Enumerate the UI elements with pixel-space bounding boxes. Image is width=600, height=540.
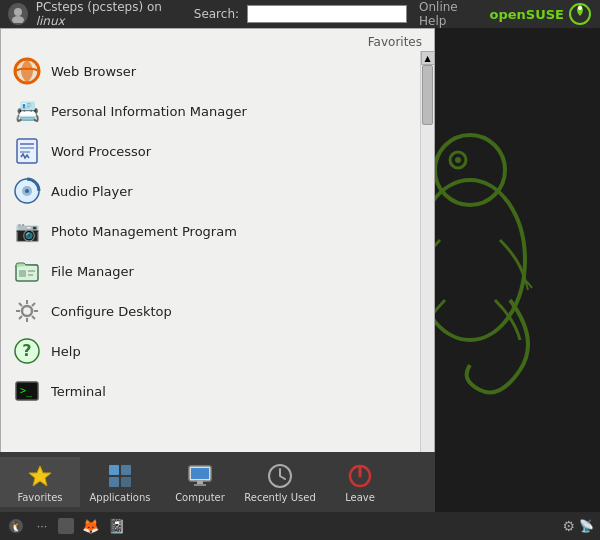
taskbar-favorites-label: Favorites <box>17 492 62 503</box>
help-label: Help <box>51 344 81 359</box>
status-linux-icon[interactable]: 🐧 <box>6 516 26 536</box>
taskbar-item-applications[interactable]: Applications <box>80 457 160 507</box>
menu-header-label: Favorites <box>368 35 422 49</box>
svg-text:?: ? <box>22 341 31 360</box>
scrollbar-up-button[interactable]: ▲ <box>421 51 435 65</box>
menu-item-configure-desktop[interactable]: Configure Desktop <box>1 291 420 331</box>
svg-text:🐧: 🐧 <box>10 520 23 533</box>
taskbar: FavoritesApplicationsComputerRecently Us… <box>0 452 435 512</box>
menu-item-photo-mgmt[interactable]: 📷Photo Management Program <box>1 211 420 251</box>
taskbar-favorites-icon <box>26 462 54 490</box>
menu-items-list: Web Browser📇Personal Information Manager… <box>1 51 420 467</box>
taskbar-item-computer[interactable]: Computer <box>160 457 240 507</box>
tray-network-icon[interactable]: 📡 <box>579 519 594 533</box>
menu-list-area: Web Browser📇Personal Information Manager… <box>1 51 434 467</box>
status-firefox-icon[interactable]: 🦊 <box>80 516 100 536</box>
menu-item-file-manager[interactable]: File Manager <box>1 251 420 291</box>
taskbar-item-leave[interactable]: Leave <box>320 457 400 507</box>
configure-desktop-label: Configure Desktop <box>51 304 172 319</box>
taskbar-applications-icon <box>106 462 134 490</box>
os-text: linux <box>36 14 65 28</box>
svg-rect-28 <box>121 465 131 475</box>
svg-point-21 <box>22 306 32 316</box>
svg-rect-11 <box>20 143 34 145</box>
svg-rect-12 <box>20 147 34 149</box>
opensuse-logo-icon <box>568 2 592 26</box>
word-processor-icon <box>13 137 41 165</box>
scrollbar[interactable]: ▲ ▼ <box>420 51 434 467</box>
svg-point-4 <box>14 8 22 16</box>
menu-item-audio-player[interactable]: Audio Player <box>1 171 420 211</box>
status-bar: 🐧 ··· 🦊 📓 ⚙ 📡 <box>0 512 600 540</box>
svg-rect-18 <box>19 270 26 277</box>
menu-item-word-processor[interactable]: Word Processor <box>1 131 420 171</box>
taskbar-item-favorites[interactable]: Favorites <box>0 457 80 507</box>
svg-point-5 <box>12 16 24 23</box>
audio-player-icon <box>13 177 41 205</box>
user-avatar <box>8 3 28 25</box>
svg-rect-13 <box>20 151 30 153</box>
word-processor-label: Word Processor <box>51 144 151 159</box>
taskbar-item-recently-used[interactable]: Recently Used <box>240 457 320 507</box>
photo-mgmt-icon: 📷 <box>13 217 41 245</box>
help-icon: ? <box>13 337 41 365</box>
taskbar-recently-used-label: Recently Used <box>244 492 315 503</box>
system-tray: ⚙ 📡 <box>562 518 594 534</box>
status-dots[interactable]: ··· <box>32 516 52 536</box>
menu-header: Favorites <box>1 29 434 51</box>
svg-point-3 <box>455 157 461 163</box>
svg-rect-32 <box>191 468 209 479</box>
svg-marker-26 <box>29 466 51 486</box>
file-manager-label: File Manager <box>51 264 134 279</box>
svg-text:>_: >_ <box>20 385 33 397</box>
topbar-title: PCsteps (pcsteps) on linux <box>36 0 178 28</box>
scrollbar-thumb-area <box>421 65 434 453</box>
topbar: PCsteps (pcsteps) on linux Search: Onlin… <box>0 0 600 28</box>
menu-item-help[interactable]: ?Help <box>1 331 420 371</box>
configure-desktop-icon <box>13 297 41 325</box>
opensuse-brand-text: openSUSE <box>490 7 564 22</box>
svg-rect-33 <box>197 481 203 484</box>
menu-item-pim[interactable]: 📇Personal Information Manager <box>1 91 420 131</box>
tray-settings-icon[interactable]: ⚙ <box>562 518 575 534</box>
svg-rect-19 <box>28 270 35 272</box>
status-square-icon[interactable] <box>58 518 74 534</box>
scrollbar-thumb[interactable] <box>422 65 433 125</box>
username-text: PCsteps (pcsteps) <box>36 0 143 14</box>
web-browser-icon <box>13 57 41 85</box>
taskbar-recently-used-icon <box>266 462 294 490</box>
svg-rect-29 <box>109 477 119 487</box>
svg-point-7 <box>578 6 582 10</box>
file-manager-icon <box>13 257 41 285</box>
menu-item-terminal[interactable]: >_Terminal <box>1 371 420 411</box>
taskbar-leave-icon <box>346 462 374 490</box>
search-input[interactable] <box>247 5 407 23</box>
taskbar-leave-label: Leave <box>345 492 375 503</box>
svg-rect-30 <box>121 477 131 487</box>
terminal-icon: >_ <box>13 377 41 405</box>
pim-label: Personal Information Manager <box>51 104 247 119</box>
online-help-link[interactable]: Online Help <box>419 0 481 28</box>
terminal-label: Terminal <box>51 384 106 399</box>
taskbar-computer-label: Computer <box>175 492 225 503</box>
pim-icon: 📇 <box>13 97 41 125</box>
web-browser-label: Web Browser <box>51 64 136 79</box>
menu-panel: Favorites Web Browser📇Personal Informati… <box>0 28 435 468</box>
photo-mgmt-label: Photo Management Program <box>51 224 237 239</box>
menu-item-web-browser[interactable]: Web Browser <box>1 51 420 91</box>
svg-rect-34 <box>194 484 206 486</box>
desktop: PCsteps (pcsteps) on linux Search: Onlin… <box>0 0 600 540</box>
svg-point-16 <box>25 189 29 193</box>
search-label: Search: <box>194 7 239 21</box>
svg-rect-20 <box>28 274 33 276</box>
svg-rect-27 <box>109 465 119 475</box>
taskbar-applications-label: Applications <box>89 492 150 503</box>
taskbar-computer-icon <box>186 462 214 490</box>
audio-player-label: Audio Player <box>51 184 133 199</box>
svg-point-1 <box>435 135 505 205</box>
status-notepad-icon[interactable]: 📓 <box>106 516 126 536</box>
